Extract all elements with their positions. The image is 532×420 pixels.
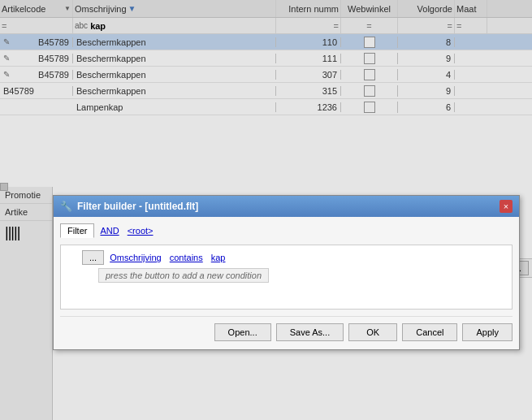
dialog-icon: 🔧 xyxy=(60,201,72,212)
root-label[interactable]: <root> xyxy=(125,225,156,236)
ok-button[interactable]: OK xyxy=(348,323,397,341)
condition-operator[interactable]: contains xyxy=(167,252,205,263)
dialog-title: 🔧 Filter builder - [untitled.flt] xyxy=(60,201,198,212)
filter-tab-button[interactable]: Filter xyxy=(60,223,94,238)
dialog-close-button[interactable]: × xyxy=(500,200,513,213)
condition-dots-button[interactable]: ... xyxy=(82,250,104,265)
condition-row-1: ... Omschrijving contains kap xyxy=(66,250,507,265)
dialog-body: Filter AND <root> ... Omschrijving conta… xyxy=(54,217,519,349)
filter-builder-dialog: 🔧 Filter builder - [untitled.flt] × Filt… xyxy=(53,195,520,350)
and-operator-label[interactable]: AND xyxy=(97,225,121,236)
condition-field[interactable]: Omschrijving xyxy=(107,252,164,263)
save-as-button[interactable]: Save As... xyxy=(276,323,344,341)
add-condition-button[interactable]: press the button to add a new condition xyxy=(98,268,269,283)
condition-area: ... Omschrijving contains kap press the … xyxy=(60,245,513,310)
condition-value[interactable]: kap xyxy=(209,252,228,263)
cancel-button[interactable]: Cancel xyxy=(402,323,457,341)
dialog-titlebar: 🔧 Filter builder - [untitled.flt] × xyxy=(54,196,519,217)
apply-button[interactable]: Apply xyxy=(462,323,513,341)
dialog-toolbar: Filter AND <root> xyxy=(60,223,513,238)
dialog-footer: Open... Save As... OK Cancel Apply xyxy=(60,316,513,343)
open-button[interactable]: Open... xyxy=(214,323,271,341)
dialog-title-text: Filter builder - [untitled.flt] xyxy=(77,201,198,212)
add-condition-row: press the button to add a new condition xyxy=(66,268,507,283)
